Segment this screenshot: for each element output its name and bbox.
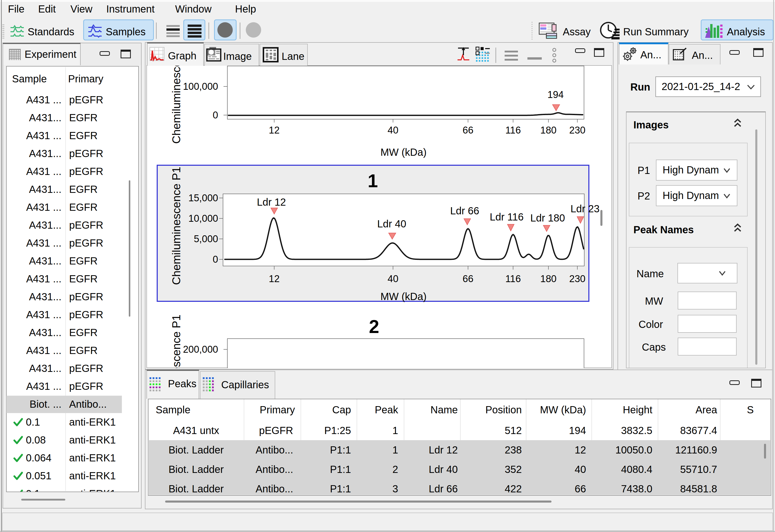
svg-text:12: 12 [269,125,280,136]
svg-text:40: 40 [388,125,398,136]
svg-text:Ldr 116: Ldr 116 [490,211,524,223]
svg-text:Chemiluminescence P1: Chemiluminescence P1 [170,167,182,285]
svg-text:Chemiluminescence P1: Chemiluminescence P1 [170,315,182,368]
svg-text:116: 116 [505,125,521,136]
svg-text:Ldr 40: Ldr 40 [377,218,406,229]
svg-text:MW (kDa): MW (kDa) [380,291,427,302]
svg-text:194: 194 [547,89,563,100]
svg-text:116: 116 [505,273,521,284]
svg-text:66: 66 [463,273,473,284]
svg-text:180: 180 [540,273,556,284]
svg-text:66: 66 [463,125,473,136]
svg-text:Ldr 180: Ldr 180 [530,212,565,224]
svg-text:100,000: 100,000 [183,81,218,92]
svg-text:0: 0 [213,110,218,120]
svg-text:10,000: 10,000 [188,213,218,224]
svg-text:230: 230 [569,125,585,136]
svg-text:MW (kDa): MW (kDa) [380,147,427,158]
svg-text:200,000: 200,000 [183,344,218,355]
svg-text:2: 2 [369,316,379,337]
svg-text:5,000: 5,000 [194,234,218,244]
svg-text:12: 12 [269,273,280,284]
svg-text:180: 180 [540,125,556,136]
svg-text:230: 230 [569,273,585,284]
svg-text:Ldr 23: Ldr 23 [570,203,600,214]
svg-text:0: 0 [213,254,218,265]
svg-text:40: 40 [388,273,398,284]
svg-text:Ldr 66: Ldr 66 [450,205,479,216]
svg-text:Chemiluminescence P1: Chemiluminescence P1 [170,66,182,144]
svg-text:Ldr 12: Ldr 12 [257,196,286,208]
svg-text:1: 1 [368,171,378,191]
svg-text:15,000: 15,000 [188,193,218,203]
